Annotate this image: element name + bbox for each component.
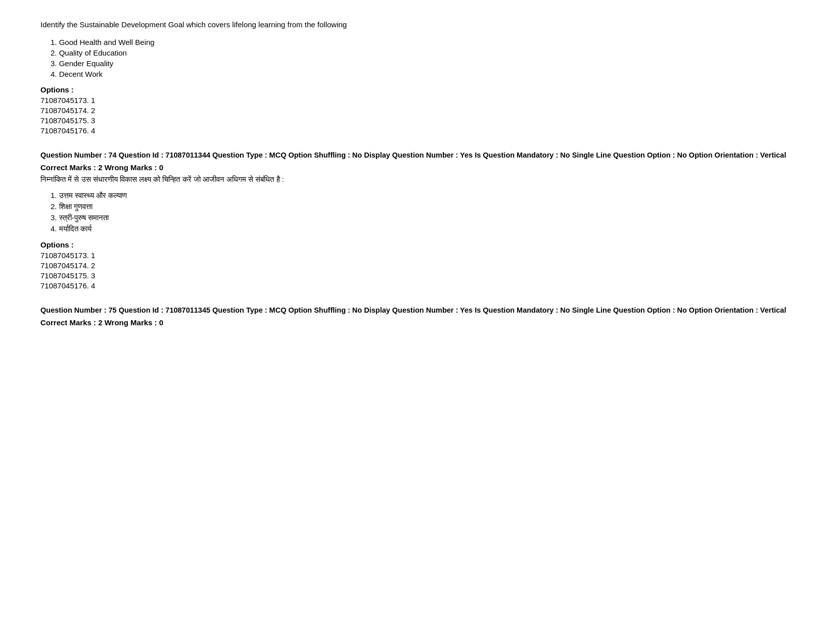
- q75-marks: Correct Marks : 2 Wrong Marks : 0: [40, 318, 794, 327]
- option-item: 71087045174. 2: [40, 106, 794, 115]
- q73-options-label: Options :: [40, 85, 794, 94]
- q73-items-list: 1. Good Health and Well Being 2. Quality…: [51, 38, 794, 78]
- option-item: 71087045174. 2: [40, 261, 794, 270]
- q74-items-list: 1. उत्तम स्वास्थ्य और कल्याण 2. शिक्षा ग…: [51, 191, 794, 233]
- q74-marks: Correct Marks : 2 Wrong Marks : 0: [40, 163, 794, 172]
- option-item: 71087045176. 4: [40, 126, 794, 135]
- q75-section: Question Number : 75 Question Id : 71087…: [40, 305, 794, 327]
- q74-section: Question Number : 74 Question Id : 71087…: [40, 150, 794, 184]
- option-item: 71087045175. 3: [40, 116, 794, 125]
- q74-meta: Question Number : 74 Question Id : 71087…: [40, 150, 794, 161]
- option-item: 71087045173. 1: [40, 96, 794, 105]
- option-item: 71087045175. 3: [40, 271, 794, 280]
- list-item: 2. Quality of Education: [51, 48, 794, 57]
- option-item: 71087045176. 4: [40, 281, 794, 290]
- list-item: 1. उत्तम स्वास्थ्य और कल्याण: [51, 191, 794, 200]
- list-item: 3. स्त्री-पुरुष समानता: [51, 213, 794, 222]
- option-item: 71087045173. 1: [40, 251, 794, 260]
- q75-meta: Question Number : 75 Question Id : 71087…: [40, 305, 794, 316]
- q74-question-text: निम्नांकित में से उस संधारणीय विकास लक्ष…: [40, 175, 794, 184]
- q74-options-label: Options :: [40, 240, 794, 249]
- list-item: 4. मर्यादित कार्य: [51, 224, 794, 233]
- list-item: 1. Good Health and Well Being: [51, 38, 794, 46]
- list-item: 4. Decent Work: [51, 70, 794, 78]
- list-item: 3. Gender Equality: [51, 59, 794, 68]
- list-item: 2. शिक्षा गुणवत्ता: [51, 202, 794, 211]
- q73-intro: Identify the Sustainable Development Goa…: [40, 20, 794, 29]
